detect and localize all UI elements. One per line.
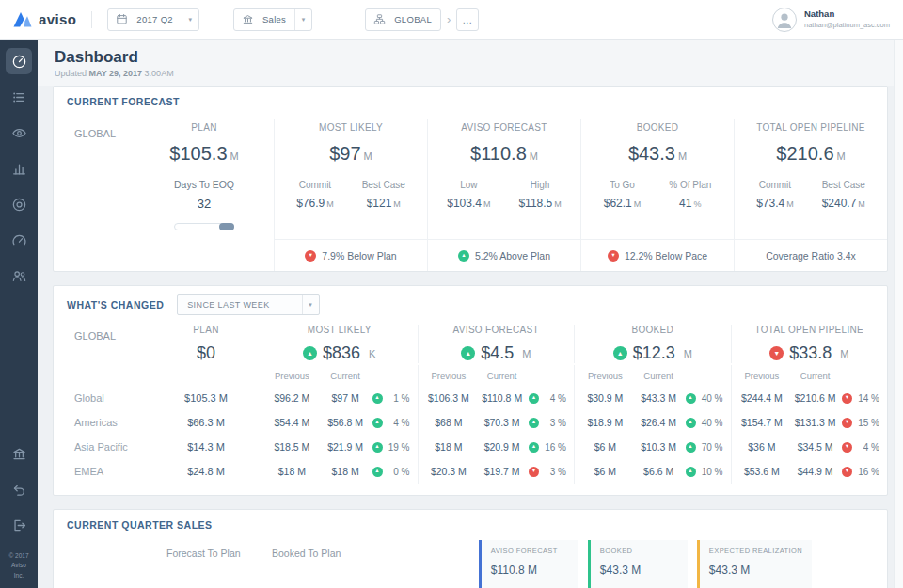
sidebar-item-team[interactable]	[0, 258, 38, 294]
sub-value: $103.4M	[447, 197, 490, 210]
chevron-down-icon[interactable]: ▾	[182, 9, 198, 30]
trend-icon	[769, 346, 784, 360]
sub-metric: Commit$76.9M	[296, 180, 334, 210]
calendar-icon	[116, 13, 128, 25]
scope-label: GLOBAL	[54, 325, 151, 342]
aviso-logo[interactable]: aviso	[13, 11, 76, 27]
quarter-sales-body: Forecast To Plan Booked To Plan AVISO FO…	[54, 536, 887, 588]
sidebar-item-admin[interactable]	[0, 437, 38, 472]
column-header: BOOKED	[631, 325, 673, 335]
sidebar-item-insights[interactable]	[0, 115, 38, 151]
node-selector[interactable]: GLOBAL	[365, 8, 441, 31]
trend-icon	[842, 442, 852, 453]
metric-value: $43.3	[628, 143, 675, 164]
sidebar-item-dashboard[interactable]	[0, 43, 38, 79]
sidebar-item-forecast-list[interactable]	[0, 79, 38, 115]
row-label: Asia Pacific	[54, 441, 151, 453]
user-menu[interactable]: Nathan nathan@platinum_asc.com	[772, 8, 890, 32]
copyright-line: Inc.	[8, 571, 28, 580]
bar-chart-icon	[6, 155, 32, 182]
current-value: $131.3 M	[788, 417, 842, 428]
sidebar-item-analytics[interactable]	[0, 151, 38, 186]
status-row: Coverage Ratio 3.4x	[735, 239, 887, 271]
sub-amount: $121	[367, 197, 392, 210]
change-cell: $36 M$34.5 M4 %	[731, 435, 888, 459]
sub-label: Best Case	[822, 180, 865, 190]
sub-value: $62.1M	[604, 197, 642, 210]
trend-icon	[842, 467, 852, 477]
sidebar-item-scenarios[interactable]	[0, 186, 38, 222]
percent-change: 70 %	[696, 442, 723, 453]
sub-label: % Of Plan	[669, 180, 711, 190]
more-button[interactable]: …	[456, 8, 479, 31]
sub-metrics: Commit$76.9M Best Case$121M	[296, 180, 405, 210]
sub-metrics: To Go$62.1M % Of Plan41%	[604, 180, 712, 210]
trend-icon	[608, 250, 619, 262]
sub-amount: $73.4	[756, 197, 784, 210]
page-header: Dashboard Updated MAY 29, 2017 3:00AM	[38, 40, 903, 86]
previous-value: $6 M	[578, 441, 632, 453]
column-header: AVISO FORECAST	[461, 122, 547, 133]
current-value: $70.3 M	[475, 417, 529, 428]
change-cell: $68 M$70.3 M3 %	[418, 410, 575, 435]
chevron-down-icon[interactable]: ▾	[302, 295, 319, 314]
percent-change: 3 %	[539, 418, 566, 428]
current-quarter-sales-card: CURRENT QUARTER SALES Forecast To Plan B…	[53, 509, 888, 588]
current-value: $21.9 M	[319, 441, 372, 453]
change-cell: $20.3 M$19.7 M3 %	[418, 459, 575, 484]
column-header: MOST LIKELY	[308, 325, 372, 335]
sub-metric: Commit$73.4M	[756, 180, 794, 210]
chevron-down-icon[interactable]: ▾	[294, 9, 311, 30]
change-cell: $18.5 M$21.9 M19 %	[261, 435, 418, 459]
metric-unit: %	[693, 199, 701, 209]
current-value: $110.8 M	[475, 392, 529, 404]
legend-item-booked: BOOKED $43.3 M	[588, 540, 688, 588]
change-cell: $106.3 M$110.8 M4 %	[418, 386, 575, 410]
column-header: TOTAL OPEN PIPELINE	[754, 325, 863, 335]
metric-unit: K	[369, 348, 375, 359]
previous-value: $18 M	[265, 466, 319, 477]
status-text: 12.2% Below Pace	[625, 250, 707, 262]
aviso-forecast-summary: AVISO FORECAST $4.5M	[418, 325, 575, 363]
dashboard-gauge-icon	[6, 48, 32, 74]
summary-value: $12.3M	[613, 343, 692, 363]
scrollbar-track[interactable]	[894, 40, 903, 588]
list-icon	[6, 84, 32, 110]
quarter-selector[interactable]: 2017 Q2 ▾	[107, 8, 199, 31]
status-row: 12.2% Below Pace	[581, 239, 734, 271]
plan-value: $14.3 M	[151, 441, 261, 453]
trend-icon	[461, 346, 475, 360]
metric-value: $0	[197, 343, 215, 363]
booked-summary: BOOKED $12.3M	[574, 325, 731, 363]
booked-to-plan-label: Booked To Plan	[272, 548, 377, 559]
metric: $110.8M	[470, 143, 538, 165]
plan-value: $24.8 M	[151, 466, 261, 477]
sub-amount: $103.4	[447, 197, 482, 210]
column-header: AVISO FORECAST	[453, 325, 539, 335]
logout-icon	[6, 513, 32, 539]
metric: $97M	[329, 143, 372, 165]
hierarchy-breadcrumb: GLOBAL › …	[365, 8, 479, 31]
sidebar-item-logout[interactable]	[0, 508, 38, 544]
metric-unit: M	[326, 199, 334, 209]
legend-item-aviso-forecast: AVISO FORECAST $110.8 M	[479, 540, 578, 588]
previous-header: Previous	[422, 371, 476, 381]
previous-value: $154.7 M	[736, 417, 789, 428]
sidebar-item-performance[interactable]	[0, 222, 38, 258]
metric-unit: M	[678, 151, 687, 162]
user-name: Nathan	[804, 8, 890, 20]
trend-icon	[372, 418, 383, 428]
whats-changed-header: WHAT'S CHANGED SINCE LAST WEEK ▾	[54, 286, 887, 320]
sub-value: $73.4M	[756, 197, 794, 210]
whats-changed-card: WHAT'S CHANGED SINCE LAST WEEK ▾ GLOBAL …	[53, 285, 888, 496]
current-value: $97 M	[319, 392, 372, 404]
period-filter-select[interactable]: SINCE LAST WEEK ▾	[177, 294, 319, 315]
current-header: Current	[788, 371, 842, 381]
percent-change: 4 %	[383, 418, 410, 428]
sidebar-item-back[interactable]	[0, 472, 38, 508]
trend-icon	[842, 418, 852, 428]
change-cell: $54.4 M$56.8 M4 %	[261, 410, 418, 435]
avatar	[772, 8, 797, 32]
prev-curr-header-row: PreviousCurrent PreviousCurrent Previous…	[54, 365, 887, 386]
pivot-selector[interactable]: Sales ▾	[233, 8, 312, 31]
